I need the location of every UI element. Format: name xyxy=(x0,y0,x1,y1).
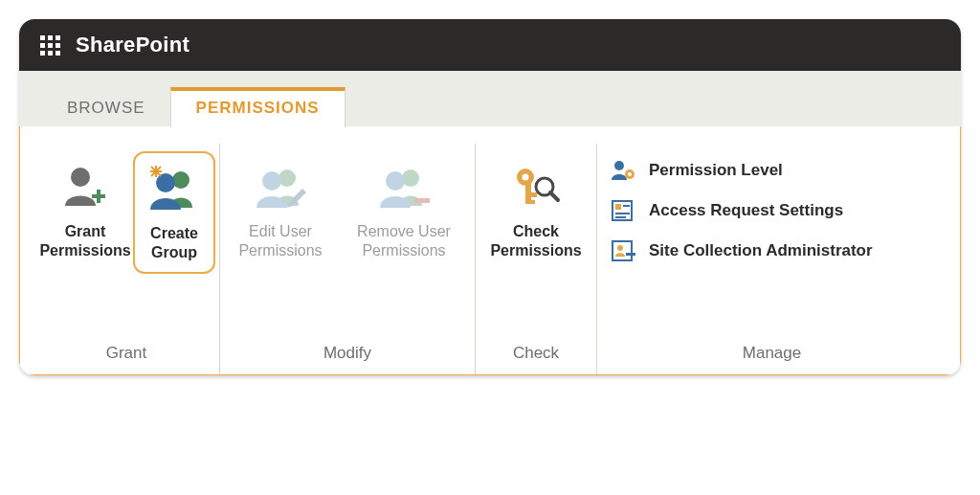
window: SharePoint BROWSE PERMISSIONS xyxy=(19,19,961,375)
svg-point-4 xyxy=(156,173,175,192)
group-remove-icon xyxy=(376,161,432,214)
group-new-icon xyxy=(146,163,202,216)
create-group-label: Create Group xyxy=(141,224,208,262)
admin-user-icon xyxy=(611,237,637,264)
ribbon: Grant Permissions xyxy=(19,126,961,375)
svg-rect-31 xyxy=(626,253,635,256)
tab-browse[interactable]: BROWSE xyxy=(42,87,170,127)
svg-point-3 xyxy=(172,171,189,189)
svg-point-23 xyxy=(628,172,632,176)
access-request-settings-button[interactable]: Access Request Settings xyxy=(611,197,873,224)
svg-line-20 xyxy=(550,192,558,200)
svg-rect-13 xyxy=(414,198,430,203)
user-add-icon xyxy=(59,161,111,214)
svg-rect-18 xyxy=(529,200,535,204)
svg-point-10 xyxy=(262,171,281,191)
svg-rect-29 xyxy=(612,241,632,260)
svg-point-0 xyxy=(71,168,90,187)
permission-level-button[interactable]: Permission Level xyxy=(611,157,873,184)
group-manage-label: Manage xyxy=(743,334,801,374)
edit-user-permissions-button[interactable]: Edit User Permissions xyxy=(224,151,337,270)
remove-user-permissions-label: Remove User Permissions xyxy=(343,222,465,260)
tab-permissions[interactable]: PERMISSIONS xyxy=(170,87,345,127)
form-user-icon xyxy=(611,197,637,224)
svg-point-15 xyxy=(523,174,529,181)
tab-strip: BROWSE PERMISSIONS xyxy=(19,71,961,126)
group-grant: Grant Permissions xyxy=(33,144,220,374)
check-permissions-button[interactable]: Check Permissions xyxy=(479,151,592,270)
key-search-icon xyxy=(510,161,562,214)
group-manage: Permission Level Access R xyxy=(597,144,947,374)
site-collection-admin-button[interactable]: Site Collection Administrator xyxy=(611,237,873,264)
manage-list: Permission Level Access R xyxy=(601,151,886,270)
svg-point-12 xyxy=(386,171,405,191)
svg-point-11 xyxy=(402,169,419,187)
group-check-label: Check xyxy=(513,334,559,374)
svg-point-9 xyxy=(278,169,296,187)
svg-point-30 xyxy=(617,245,623,251)
check-permissions-label: Check Permissions xyxy=(485,222,587,260)
group-edit-icon xyxy=(253,161,308,214)
group-grant-label: Grant xyxy=(106,334,147,374)
group-modify: Edit User Permissions Remove User Permis… xyxy=(220,144,476,374)
access-request-settings-label: Access Request Settings xyxy=(649,201,843,220)
site-collection-admin-label: Site Collection Administrator xyxy=(649,241,873,260)
people-gear-icon xyxy=(611,157,637,184)
titlebar: SharePoint xyxy=(19,19,961,71)
svg-rect-17 xyxy=(529,192,537,197)
svg-rect-2 xyxy=(97,190,100,203)
group-check: Check Permissions Check xyxy=(476,144,597,374)
grant-permissions-button[interactable]: Grant Permissions xyxy=(37,151,133,270)
create-group-button[interactable]: Create Group xyxy=(133,151,215,274)
group-modify-label: Modify xyxy=(323,334,371,374)
grant-permissions-label: Grant Permissions xyxy=(39,222,130,260)
app-launcher-icon[interactable] xyxy=(40,35,60,56)
svg-point-21 xyxy=(614,161,624,170)
svg-rect-25 xyxy=(615,204,621,210)
permission-level-label: Permission Level xyxy=(649,161,783,180)
app-title: SharePoint xyxy=(76,33,189,57)
remove-user-permissions-button[interactable]: Remove User Permissions xyxy=(337,151,471,270)
edit-user-permissions-label: Edit User Permissions xyxy=(230,222,331,260)
